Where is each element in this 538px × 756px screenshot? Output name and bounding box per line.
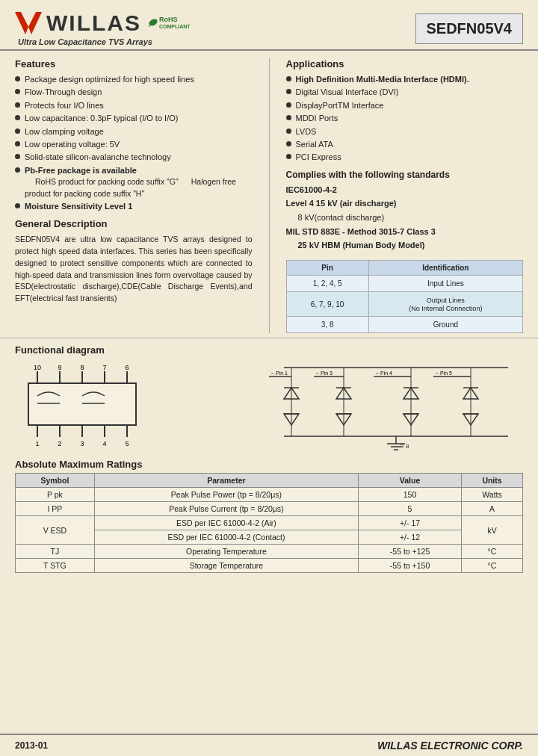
complies-text: IEC61000-4-2 Level 4 15 kV (air discharg… xyxy=(286,183,524,252)
bullet-icon xyxy=(286,76,291,81)
complies-title: Complies with the following standards xyxy=(286,170,524,180)
pb-sub1: RoHS product for packing code suffix "G" xyxy=(35,177,179,186)
list-item: Moisture Sensitivity Level 1 xyxy=(15,201,253,212)
bullet-icon xyxy=(15,167,20,173)
complies-section: Complies with the following standards IE… xyxy=(286,170,524,252)
table-row: TJ Operating Temperature -55 to +125 °C xyxy=(16,545,523,559)
id-cell: Ground xyxy=(368,317,522,333)
list-item: PCI Express xyxy=(286,152,524,163)
units-header: Units xyxy=(462,474,523,488)
main-content: Features Package design optimized for hi… xyxy=(0,51,538,333)
svg-text:10: 10 xyxy=(34,364,41,371)
pin-col-header: Pin xyxy=(286,261,368,276)
column-divider xyxy=(269,58,270,333)
pin-cell: 1, 2, 4, 5 xyxy=(286,276,368,292)
bullet-icon xyxy=(15,89,20,94)
tables-section: Absolute Maximum Ratings Symbol Paramete… xyxy=(0,456,538,576)
table-row: 3, 8 Ground xyxy=(286,317,523,333)
units-cell: kV xyxy=(462,516,523,545)
list-item: Pb-Free package is available RoHS produc… xyxy=(15,165,253,199)
table-row: V ESD ESD per IEC 61000-4-2 (Air) +/- 17… xyxy=(16,516,523,530)
pin-cell: 6, 7, 9, 10 xyxy=(286,292,368,317)
bullet-icon xyxy=(286,128,291,134)
rohs-badge: RoHS COMPLIANT xyxy=(146,16,191,30)
features-title: Features xyxy=(15,58,253,69)
mil-std: MIL STD 883E - Method 3015-7 Class 3 xyxy=(286,227,436,236)
footer: 2013-01 WILLAS ELECTRONIC CORP. xyxy=(0,734,538,756)
list-item: Package design optimized for high speed … xyxy=(15,74,253,85)
svg-text:5: 5 xyxy=(125,440,129,447)
bullet-icon xyxy=(286,154,291,159)
bullet-icon xyxy=(15,203,20,208)
subtitle: Ultra Low Capacitance TVS Arrays xyxy=(18,37,191,46)
list-item: DisplayPortTM Interface xyxy=(286,100,524,111)
hbm: 25 kV HBM (Human Body Model) xyxy=(298,238,524,252)
pin-cell: 3, 8 xyxy=(286,317,368,333)
id-cell: Output Lines(No Internal Connection) xyxy=(368,292,522,317)
parameter-cell: Peak Pulse Current (tp = 8/20μs) xyxy=(94,502,358,516)
id-col-header: Identification xyxy=(368,261,522,276)
company-name: WILLAS xyxy=(46,10,141,36)
list-item: High Definition Multi-Media Interface (H… xyxy=(286,74,524,85)
value-cell: -55 to +150 xyxy=(359,559,462,573)
list-item: Protects four I/O lines xyxy=(15,100,253,111)
header-left: WILLAS RoHS COMPLIANT Ultra Low Capacita… xyxy=(15,10,191,46)
circuit-diagram: ≡ 8 ←Pin 1 xyxy=(269,362,523,453)
units-cell: Watts xyxy=(462,488,523,502)
parameter-cell: Storage Temperature xyxy=(94,559,358,573)
abs-max-title: Absolute Maximum Ratings xyxy=(15,459,523,470)
right-column: Applications High Definition Multi-Media… xyxy=(280,58,524,333)
general-desc-text: SEDFN05V4 are ultra low capacitance TVS … xyxy=(15,234,253,305)
value-cell: 150 xyxy=(359,488,462,502)
svg-text:7: 7 xyxy=(102,364,106,371)
svg-rect-12 xyxy=(28,383,136,425)
bullet-icon xyxy=(15,115,20,120)
ic-package-svg: 10 9 8 7 6 xyxy=(15,362,164,452)
bullet-icon xyxy=(15,141,20,146)
list-item: Low capacitance: 0.3pF typical (I/O to I… xyxy=(15,113,253,124)
willas-logo: WILLAS xyxy=(15,10,141,36)
contact-discharge: 8 kV(contact discharge) xyxy=(298,211,524,225)
table-row: 1, 2, 4, 5 Input Lines xyxy=(286,276,523,292)
bullet-icon xyxy=(15,102,20,108)
svg-text:2: 2 xyxy=(58,440,61,447)
svg-text:←Pin 5: ←Pin 5 xyxy=(435,371,452,376)
svg-text:6: 6 xyxy=(125,364,129,371)
svg-marker-0 xyxy=(15,12,42,34)
parameter-cell: Peak Pulse Power (tp = 8/20μs) xyxy=(94,488,358,502)
list-item: Serial ATA xyxy=(286,139,524,150)
bullet-icon xyxy=(15,154,20,159)
bullet-icon xyxy=(15,76,20,81)
applications-list: High Definition Multi-Media Interface (H… xyxy=(286,74,524,164)
units-cell: °C xyxy=(462,545,523,559)
list-item: MDDI Ports xyxy=(286,113,524,124)
symbol-cell: T STG xyxy=(16,559,95,573)
symbol-cell: I PP xyxy=(16,502,95,516)
value-cell: +/- 17 xyxy=(359,516,462,530)
applications-title: Applications xyxy=(286,58,524,69)
functional-diagram-title: Functional diagram xyxy=(15,344,523,356)
bullet-icon xyxy=(286,115,291,120)
features-list: Package design optimized for high speed … xyxy=(15,74,253,212)
value-cell: -55 to +125 xyxy=(359,545,462,559)
list-item: Low operating voltage: 5V xyxy=(15,139,253,150)
ic-package-diagram: 10 9 8 7 6 xyxy=(15,362,164,452)
symbol-header: Symbol xyxy=(16,474,95,488)
svg-text:←Pin 3: ←Pin 3 xyxy=(315,371,333,376)
svg-text:9: 9 xyxy=(58,364,61,371)
w-logo-icon xyxy=(15,12,42,34)
bullet-icon xyxy=(286,89,291,94)
table-row: T STG Storage Temperature -55 to +150 °C xyxy=(16,559,523,573)
table-row: P pk Peak Pulse Power (tp = 8/20μs) 150 … xyxy=(16,488,523,502)
parameter-cell: Operating Temperature xyxy=(94,545,358,559)
rohs-text: RoHS COMPLIANT xyxy=(159,16,191,30)
rohs-leaf-icon xyxy=(146,17,158,29)
bullet-icon xyxy=(15,128,20,134)
value-cell: 5 xyxy=(359,502,462,516)
logo-row: WILLAS RoHS COMPLIANT xyxy=(15,10,191,36)
list-item: Digital Visual Interface (DVI) xyxy=(286,87,524,98)
units-cell: °C xyxy=(462,559,523,573)
parameter-cell: ESD per IEC 61000-4-2 (Contact) xyxy=(94,530,358,545)
bullet-icon xyxy=(286,102,291,108)
bullet-icon xyxy=(286,141,291,146)
